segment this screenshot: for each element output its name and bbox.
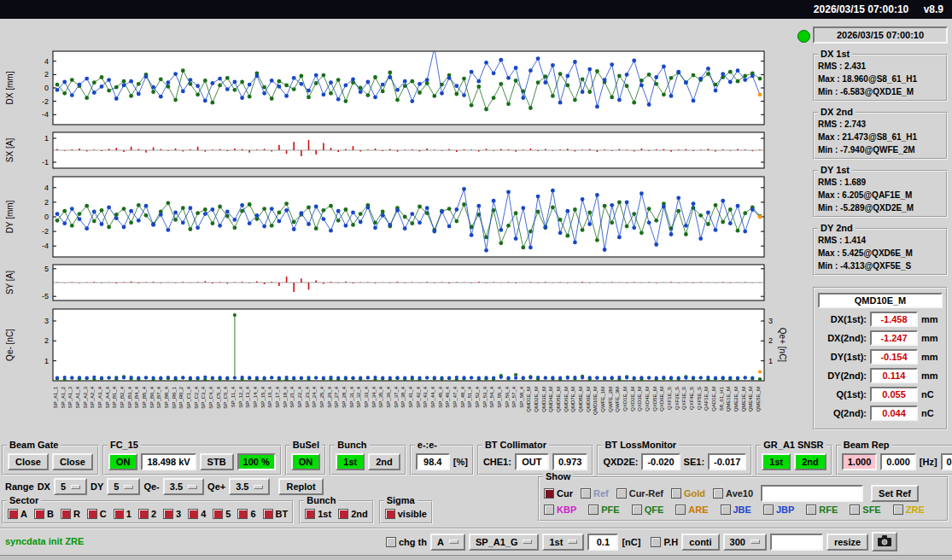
svg-text:SP_34_4: SP_34_4	[371, 386, 377, 407]
svg-text:SP_35_4: SP_35_4	[378, 386, 383, 407]
svg-text:SP_A2_4: SP_A2_4	[90, 386, 95, 408]
show-sfe-checkbox[interactable]: SFE	[850, 505, 880, 515]
screenshot-button[interactable]	[872, 532, 897, 551]
command-bar: chg th A SP_A1_G 1st [nC] P.H conti 300 …	[386, 532, 897, 551]
beam-rep-value-2: 0.000	[880, 453, 916, 470]
fc15-stb-button[interactable]: STB	[200, 453, 234, 470]
svg-text:SP_B6_4: SP_B6_4	[149, 386, 155, 408]
svg-text:-4: -4	[42, 242, 49, 250]
bunch-select-panel: Bunch 1st 2nd	[299, 500, 373, 524]
replot-button[interactable]: Replot	[278, 478, 323, 495]
ee-ratio-value: 98.4	[416, 453, 450, 470]
section-dropdown[interactable]: A	[430, 534, 465, 551]
checkbox-icon	[213, 509, 223, 519]
svg-text:SP_15_4: SP_15_4	[260, 386, 266, 407]
resize-button[interactable]: resize	[826, 534, 868, 551]
monitor-row-value: -1.458	[870, 312, 918, 327]
sector-checkbox-2[interactable]: 2	[138, 509, 156, 519]
range-dx-dropdown[interactable]: 5	[54, 478, 87, 495]
option-menu-dash-icon	[188, 485, 197, 489]
monitor-row-value: -1.247	[870, 330, 918, 346]
gr-a1-1st-button[interactable]: 1st	[762, 453, 791, 470]
show-jbp-checkbox[interactable]: JBP	[763, 505, 794, 515]
nc-unit-label: [nC]	[622, 537, 640, 547]
bunch-2nd-checkbox[interactable]: 2nd	[338, 509, 368, 519]
svg-text:SP_31_4: SP_31_4	[349, 386, 354, 407]
show-are-checkbox[interactable]: ARE	[675, 505, 708, 515]
svg-text:QME4E_M: QME4E_M	[748, 387, 753, 411]
svg-text:SP_A4_4: SP_A4_4	[105, 386, 110, 408]
timestamp-box: 2026/03/15 07:00:10	[813, 26, 948, 44]
sector-checkbox-b[interactable]: B	[34, 509, 54, 519]
bunch-1st-button[interactable]: 1st	[336, 453, 365, 470]
svg-text:Qe+ [nC]: Qe+ [nC]	[778, 328, 787, 363]
sector-checkbox-a[interactable]: A	[8, 509, 27, 519]
monitor-row-value: 0.044	[870, 405, 918, 421]
monitor-title: QMD10E_M	[818, 293, 943, 308]
show-qfe-checkbox[interactable]: QFE	[632, 505, 664, 515]
chg-th-checkbox[interactable]: chg th	[386, 537, 427, 547]
bunch-dropdown[interactable]: 1st	[542, 534, 584, 551]
beam-gate-close-button-1[interactable]: Close	[8, 453, 49, 470]
show-cur-ref-checkbox[interactable]: Cur-Ref	[616, 488, 663, 499]
bunch-2nd-button[interactable]: 2nd	[368, 453, 400, 470]
sector-checkbox-3[interactable]: 3	[163, 509, 181, 519]
conti-button[interactable]: conti	[681, 534, 719, 551]
fc15-on-button[interactable]: ON	[108, 453, 138, 470]
busel-on-button[interactable]: ON	[291, 453, 321, 470]
sector-checkbox-bt[interactable]: BT	[263, 509, 289, 519]
svg-text:SP_22_4: SP_22_4	[297, 386, 302, 407]
svg-text:4: 4	[44, 57, 49, 66]
beam-gate-close-button-2[interactable]: Close	[52, 453, 93, 470]
stat-line: RMS : 2.743	[818, 118, 943, 131]
sector-checkbox-c[interactable]: C	[87, 509, 107, 519]
sector-checkbox-1[interactable]: 1	[114, 509, 131, 519]
checkbox-icon	[544, 488, 554, 499]
ph-checkbox[interactable]: P.H	[651, 537, 678, 547]
ref-name-input[interactable]	[761, 485, 863, 502]
show-pfe-checkbox[interactable]: PFE	[588, 505, 619, 515]
svg-text:QXD2E_M: QXD2E_M	[630, 387, 635, 411]
extra-input[interactable]	[770, 534, 823, 551]
checkbox-icon	[386, 537, 396, 547]
show-gold-checkbox[interactable]: Gold	[671, 488, 705, 499]
title-bar: 2026/03/15 07:00:10 v8.9	[0, 0, 952, 19]
beam-rep-value-1: 1.000	[842, 453, 878, 470]
sector-checkbox-6[interactable]: 6	[237, 509, 255, 519]
sigma-visible-checkbox[interactable]: visible	[385, 509, 427, 519]
gr-a1-2nd-button[interactable]: 2nd	[794, 453, 826, 470]
show-ref-checkbox[interactable]: Ref	[581, 488, 609, 499]
svg-text:QXD5E_M: QXD5E_M	[652, 387, 657, 411]
svg-text:SP_R0_2: SP_R0_2	[178, 386, 184, 408]
range-qep-dropdown[interactable]: 3.5	[229, 478, 270, 495]
bt-lossmonitor-panel: BT LossMonitor QXD2E: -0.020 SE1: -0.017	[597, 445, 752, 475]
show-jbe-checkbox[interactable]: JBE	[721, 505, 751, 515]
show-rfe-checkbox[interactable]: RFE	[806, 505, 838, 515]
stat-line: Max : 5.425@QXD6E_M	[818, 247, 943, 260]
svg-text:SP_25_4: SP_25_4	[319, 386, 324, 407]
bpm-dropdown[interactable]: SP_A1_G	[469, 534, 540, 551]
sector-checkbox-4[interactable]: 4	[188, 509, 206, 519]
show-kbp-checkbox[interactable]: KBP	[544, 505, 576, 515]
set-ref-button[interactable]: Set Ref	[871, 485, 919, 502]
monitor-row-label: DY(1st):	[818, 352, 867, 362]
range-dy-dropdown[interactable]: 5	[107, 478, 140, 495]
svg-text:-2: -2	[42, 227, 49, 236]
threshold-input[interactable]	[587, 534, 618, 551]
show-cur-checkbox[interactable]: Cur	[544, 488, 573, 499]
show-ave10-checkbox[interactable]: Ave10	[713, 488, 753, 499]
svg-text:QMD1E_M: QMD1E_M	[526, 387, 531, 412]
show-zre-checkbox[interactable]: ZRE	[893, 505, 925, 515]
checkbox-icon	[305, 509, 315, 519]
svg-text:SP_57_4: SP_57_4	[511, 386, 517, 407]
sector-checkbox-r[interactable]: R	[61, 509, 80, 519]
bunch-1st-checkbox[interactable]: 1st	[305, 509, 331, 519]
checkbox-icon	[8, 509, 18, 519]
sector-checkbox-5[interactable]: 5	[213, 509, 231, 519]
se1-label: SE1:	[684, 457, 704, 467]
range-qem-dropdown[interactable]: 3.5	[163, 478, 204, 495]
svg-text:SP_58_4: SP_58_4	[519, 386, 524, 407]
stat-line: Min : -7.940@QWFE_2M	[818, 143, 943, 156]
interval-dropdown[interactable]: 300	[723, 534, 767, 551]
svg-text:QMD6E_M: QMD6E_M	[564, 387, 569, 412]
